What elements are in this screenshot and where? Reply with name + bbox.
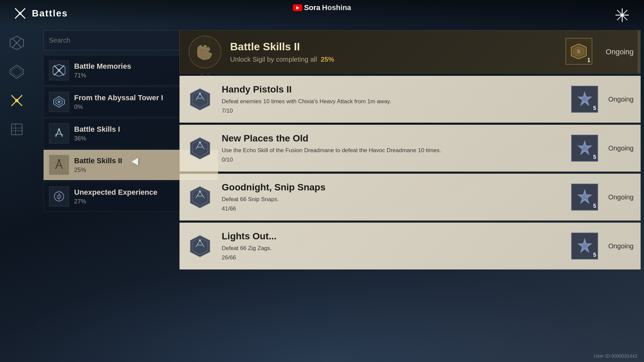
- handy-pistols-2-reward-icon: 5: [571, 86, 598, 113]
- header-reward-icon: S 1: [566, 38, 592, 65]
- battle-skills-1-percent: 36%: [74, 135, 120, 142]
- svg-point-31: [58, 159, 60, 161]
- header-reward-count: 1: [587, 57, 590, 63]
- header-info: Battle Skills II Unlock Sigil by complet…: [230, 41, 566, 63]
- svg-point-28: [58, 101, 60, 103]
- star-reward-icon-3: [576, 188, 594, 206]
- handy-pistols-2-hex-icon: [186, 86, 213, 113]
- svg-point-40: [199, 93, 201, 95]
- header-progress-highlight: 25%: [321, 56, 334, 63]
- svg-rect-16: [11, 124, 22, 135]
- svg-point-50: [199, 190, 201, 192]
- page-title: Battles: [32, 8, 68, 19]
- top-right-icon[interactable]: [614, 7, 631, 23]
- quest-item-goodnight-snip-snaps[interactable]: Goodnight, Snip Snaps Defeat 66 Snip Sna…: [179, 174, 641, 221]
- new-places-old-info: New Places the Old Use the Echo Skill of…: [222, 133, 565, 163]
- unexpected-experience-icon-container: [49, 186, 69, 206]
- lights-out-title: Lights Out...: [222, 231, 565, 242]
- new-places-old-reward: 5: [571, 135, 598, 162]
- sidebar-icon-battles[interactable]: [7, 91, 26, 110]
- handy-pistols-2-progress: 7/10: [222, 108, 565, 114]
- svg-marker-12: [12, 67, 21, 76]
- battle-skills-1-info: Battle Skills I 36%: [74, 125, 120, 142]
- star-reward-icon: [576, 90, 594, 109]
- goodnight-snip-snaps-progress: 41/66: [222, 205, 565, 212]
- handy-pistols-2-desc: Defeat enemies 10 times with Chixia's He…: [222, 98, 565, 106]
- new-places-old-hex-icon: [186, 135, 213, 162]
- lights-out-info: Lights Out... Defeat 66 Zig Zags. 26/66: [222, 231, 565, 261]
- battle-skills-1-name: Battle Skills I: [74, 125, 120, 134]
- handy-pistols-2-status: Ongoing: [608, 96, 634, 103]
- svg-text:S: S: [577, 49, 580, 54]
- header-status: Ongoing: [606, 48, 634, 56]
- battle-memories-info: Battle Memories 71%: [74, 62, 131, 79]
- lights-out-hex-icon: [186, 233, 213, 259]
- svg-point-2: [19, 12, 21, 15]
- battle-memories-name: Battle Memories: [74, 62, 131, 71]
- unexpected-experience-percent: 27%: [74, 198, 157, 205]
- star-reward-icon-2: [576, 139, 594, 158]
- abyssal-tower-info: From the Abyssal Tower I 0%: [74, 94, 163, 111]
- search-input[interactable]: [44, 30, 194, 50]
- battle-skills-1-icon: [52, 127, 66, 140]
- handy-pistols-2-reward-count: 5: [593, 105, 596, 111]
- svg-point-55: [199, 239, 201, 241]
- battle-skills-2-percent: 25%: [74, 167, 122, 174]
- top-bar: Battles: [0, 0, 644, 27]
- header-subtitle: Unlock Sigil by completing all 25%: [230, 56, 566, 63]
- header-card: Battle Skills II Unlock Sigil by complet…: [179, 30, 641, 74]
- new-places-old-progress: 0/10: [222, 157, 565, 163]
- lights-out-desc: Defeat 66 Zig Zags.: [222, 244, 565, 252]
- svg-point-29: [58, 128, 60, 130]
- abyssal-tower-percent: 0%: [74, 104, 163, 111]
- battle-skills-1-icon-container: [49, 123, 69, 143]
- svg-point-15: [15, 99, 18, 102]
- new-places-old-reward-icon: 5: [571, 135, 598, 162]
- right-panel: Battle Skills II Unlock Sigil by complet…: [179, 30, 641, 272]
- abyssal-tower-icon: [52, 95, 66, 109]
- sigil-icon: S: [570, 42, 588, 61]
- lights-out-reward-icon: 5: [571, 233, 598, 259]
- sidebar: [0, 27, 34, 139]
- battle-skills-2-icon: [52, 158, 66, 172]
- sidebar-icon-1[interactable]: [7, 34, 26, 52]
- battle-skills-2-info: Battle Skills II 25%: [74, 157, 122, 174]
- lights-out-reward-count: 5: [593, 252, 596, 258]
- goodnight-snip-snaps-hex-icon: [186, 184, 213, 210]
- lights-out-reward: 5: [571, 233, 598, 259]
- new-places-old-desc: Use the Echo Skill of the Fusion Dreadma…: [222, 146, 565, 155]
- scroll-bar[interactable]: [638, 31, 640, 73]
- svg-point-7: [621, 13, 624, 17]
- goodnight-snip-snaps-title: Goodnight, Snip Snaps: [222, 182, 565, 193]
- unexpected-experience-info: Unexpected Experience 27%: [74, 188, 157, 205]
- battles-icon: [13, 7, 27, 20]
- quest-item-lights-out[interactable]: Lights Out... Defeat 66 Zig Zags. 26/66 …: [179, 223, 641, 269]
- quest-item-new-places-old[interactable]: New Places the Old Use the Echo Skill of…: [179, 125, 641, 172]
- header-card-icon: [186, 34, 223, 70]
- header-reward: S 1: [566, 38, 592, 66]
- goodnight-snip-snaps-reward-icon: 5: [571, 184, 598, 210]
- top-right-decor-icon: [614, 7, 631, 23]
- unexpected-experience-icon: [52, 190, 66, 203]
- battle-memories-icon-container: [49, 60, 69, 80]
- battle-memories-percent: 71%: [74, 72, 131, 79]
- goodnight-snip-snaps-status: Ongoing: [608, 193, 634, 201]
- goodnight-snip-snaps-reward: 5: [571, 184, 598, 210]
- header-subtitle-text: Unlock Sigil by completing all: [230, 56, 317, 63]
- header-title: Battle Skills II: [230, 41, 566, 53]
- unexpected-experience-name: Unexpected Experience: [74, 188, 157, 197]
- lights-out-status: Ongoing: [608, 242, 634, 250]
- star-reward-icon-4: [576, 237, 594, 255]
- lights-out-progress: 26/66: [222, 254, 565, 261]
- quest-item-handy-pistols-2[interactable]: Handy Pistols II Defeat enemies 10 times…: [179, 76, 641, 123]
- sidebar-icon-4[interactable]: [7, 120, 26, 139]
- sidebar-icon-2[interactable]: [7, 62, 26, 81]
- svg-point-24: [58, 69, 60, 72]
- user-id: User ID:9000031443: [594, 353, 637, 359]
- battle-skills-2-name: Battle Skills II: [74, 157, 122, 165]
- battle-skills-2-icon-container: [49, 155, 69, 175]
- new-places-old-reward-count: 5: [593, 154, 596, 160]
- handy-pistols-2-title: Handy Pistols II: [222, 84, 565, 95]
- abyssal-tower-icon-container: [49, 92, 69, 112]
- battle-memories-icon: [52, 64, 66, 77]
